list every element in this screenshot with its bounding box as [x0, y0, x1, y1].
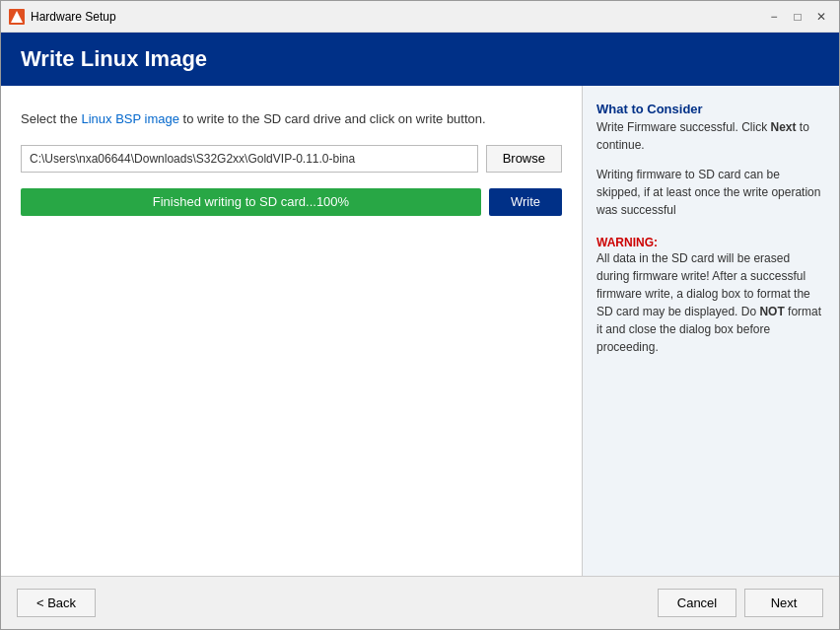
- warning-title: WARNING:: [596, 236, 658, 249]
- right-panel: What to Consider Write Firmware successf…: [583, 86, 839, 576]
- progress-label: Finished writing to SD card...100%: [153, 194, 349, 209]
- progress-bar: Finished writing to SD card...100%: [21, 188, 481, 216]
- page-header: Write Linux Image: [1, 33, 839, 86]
- consider-text: Write Firmware successful. Click Next to…: [596, 118, 825, 154]
- consider-title: What to Consider: [596, 102, 825, 116]
- warning-not-bold: NOT: [759, 305, 784, 318]
- file-row: Browse: [21, 145, 562, 173]
- minimize-button[interactable]: −: [764, 7, 784, 27]
- page-title: Write Linux Image: [21, 46, 819, 72]
- footer: < Back Cancel Next: [1, 576, 839, 629]
- instruction-prefix: Select the: [21, 111, 81, 126]
- browse-button[interactable]: Browse: [486, 145, 562, 173]
- warning-section: WARNING: All data in the SD card will be…: [596, 235, 825, 356]
- title-bar-controls: − □ ✕: [764, 7, 831, 27]
- instruction-link: Linux BSP image: [81, 111, 179, 126]
- title-bar-title: Hardware Setup: [31, 10, 116, 24]
- title-bar: Hardware Setup − □ ✕: [1, 1, 839, 33]
- skip-text: Writing firmware to SD card can be skipp…: [596, 166, 825, 219]
- cancel-button[interactable]: Cancel: [658, 589, 736, 617]
- consider-next-bold: Next: [770, 120, 796, 134]
- footer-right: Cancel Next: [658, 589, 823, 617]
- consider-section: What to Consider Write Firmware successf…: [596, 102, 825, 154]
- main-content: Select the Linux BSP image to write to t…: [1, 86, 839, 576]
- left-panel: Select the Linux BSP image to write to t…: [1, 86, 583, 576]
- warning-text-body: All data in the SD card will be erased d…: [596, 251, 821, 354]
- app-icon: [9, 9, 25, 25]
- file-path-input[interactable]: [21, 145, 478, 173]
- instruction-text: Select the Linux BSP image to write to t…: [21, 109, 562, 129]
- write-button[interactable]: Write: [489, 188, 562, 216]
- progress-row: Finished writing to SD card...100% Write: [21, 188, 562, 216]
- consider-text-prefix: Write Firmware successful. Click: [596, 120, 770, 134]
- instruction-suffix: to write to the SD card drive and click …: [179, 111, 486, 126]
- maximize-button[interactable]: □: [788, 7, 807, 27]
- title-bar-left: Hardware Setup: [9, 9, 116, 25]
- next-button[interactable]: Next: [744, 589, 823, 617]
- close-button[interactable]: ✕: [811, 7, 831, 27]
- back-button[interactable]: < Back: [17, 589, 96, 617]
